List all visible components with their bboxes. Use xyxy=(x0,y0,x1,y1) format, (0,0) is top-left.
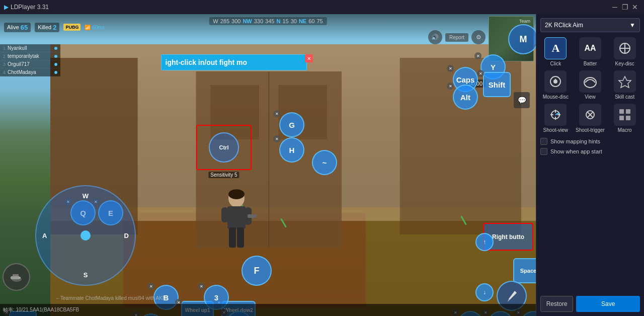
key-tilde-button[interactable]: ~ xyxy=(312,150,337,175)
ctrl-button[interactable]: Ctrl xyxy=(209,132,239,163)
alive-label: Alive xyxy=(7,24,19,30)
sensitivity-label: Sensitivity 5 xyxy=(208,172,239,178)
ctrl-shoot-trigger[interactable]: Shoot-trigger xyxy=(575,104,606,133)
shoot-trigger-icon xyxy=(579,104,601,126)
chat-button[interactable]: 💬 xyxy=(514,92,530,108)
view-icon xyxy=(579,70,601,93)
ctrl-skill-cast[interactable]: Skill cast xyxy=(609,70,640,100)
show-hints-checkbox[interactable] xyxy=(540,138,547,145)
svg-rect-39 xyxy=(626,116,630,120)
svg-rect-16 xyxy=(221,207,228,222)
minimize-button[interactable]: ─ xyxy=(610,2,620,12)
kill-feed: ←Teammate ChotMadaya killed musi94 with … xyxy=(55,295,516,301)
key-f-button[interactable]: F xyxy=(242,256,272,286)
key-up-button[interactable]: ↑ xyxy=(475,233,494,251)
svg-rect-19 xyxy=(237,227,244,248)
titlebar: ▶ LDPlayer 3.31 ─ ❐ ✕ xyxy=(0,0,644,14)
report-button[interactable]: Report xyxy=(445,33,468,42)
audio-button[interactable]: 🔊 xyxy=(428,30,442,44)
ctrl-shoot-view[interactable]: Shoot-view xyxy=(540,104,571,133)
shoot-view-icon xyxy=(544,104,567,126)
skill-cast-icon xyxy=(614,70,636,93)
killed-stat: Killed 2 xyxy=(35,23,59,32)
show-startup-label: Show when app start xyxy=(550,148,602,154)
killed-label: Killed xyxy=(38,24,51,30)
app-icon: ▶ xyxy=(4,4,9,11)
joystick[interactable]: W A S D xyxy=(35,185,136,286)
input-bar: ight-click in/out fight mo xyxy=(161,54,307,70)
input-bar-close-button[interactable]: ✕ xyxy=(305,54,313,62)
key-g-button[interactable]: G xyxy=(279,112,304,137)
kill-feed-text: ←Teammate ChotMadaya killed musi94 with … xyxy=(55,295,167,301)
character-svg xyxy=(216,188,257,254)
dropdown-chevron-icon: ▼ xyxy=(629,22,635,29)
key-y-close[interactable]: ✕ xyxy=(474,52,481,59)
killed-count: 2 xyxy=(53,24,56,31)
key-shift-close[interactable]: ✕ xyxy=(477,70,484,77)
list-item: 4 ChotMadaya xyxy=(0,68,60,76)
ctrl-view[interactable]: View xyxy=(575,70,606,100)
compass: W 285 300 NW 330 345 N 15 30 NE 60 75 xyxy=(209,17,327,25)
bottom-bar-text: 帧率: 10/21 5AA1(BAA18CBA5FB xyxy=(3,306,79,313)
right-btn-label: Right butto xyxy=(492,233,524,241)
skill-svg xyxy=(618,74,632,89)
key-a-label: A xyxy=(42,232,47,240)
key-h-close[interactable]: ✕ xyxy=(273,135,280,142)
macro-svg xyxy=(618,108,632,122)
key-alt-button[interactable]: Alt xyxy=(453,85,478,110)
key-s-label: S xyxy=(84,271,88,279)
shoot-trigger-label: Shoot-trigger xyxy=(576,127,605,133)
ctrl-macro[interactable]: Macro xyxy=(609,104,640,133)
aim-area[interactable]: Ctrl Sensitivity 5 xyxy=(196,125,252,170)
ctrl-key-disc[interactable]: Key-disc xyxy=(609,37,640,66)
show-startup-checkbox[interactable] xyxy=(540,148,547,155)
key-h-button[interactable]: H xyxy=(279,137,304,163)
key-b-close[interactable]: ✕ xyxy=(147,283,154,290)
key-caps-close[interactable]: ✕ xyxy=(447,65,454,72)
svg-point-14 xyxy=(228,189,245,199)
shoot-trigger-svg xyxy=(583,108,597,122)
view-label: View xyxy=(585,94,596,100)
svg-rect-20 xyxy=(248,214,257,218)
restore-button[interactable]: Restore xyxy=(540,296,573,312)
batter-icon: AA xyxy=(579,37,601,59)
key-g-close[interactable]: ✕ xyxy=(273,110,280,117)
ctrl-batter[interactable]: AA Batter xyxy=(575,37,606,66)
batter-label: Batter xyxy=(584,61,597,66)
key-3-close[interactable]: ✕ xyxy=(198,283,205,290)
macro-label: Macro xyxy=(618,127,632,133)
svg-rect-10 xyxy=(11,276,20,279)
bottom-bar: 帧率: 10/21 5AA1(BAA18CBA5FB xyxy=(0,304,536,316)
save-button[interactable]: Save xyxy=(576,296,640,312)
player-list: 1 Nyankull 2 temporarilytak 3 OrguiI717 … xyxy=(0,44,60,76)
mouse-disc-svg xyxy=(548,74,562,89)
app-title: LDPlayer 3.31 xyxy=(11,4,49,11)
ctrl-mouse-disc[interactable]: Mouse-disc xyxy=(540,70,571,100)
ctrl-click[interactable]: A Click xyxy=(540,37,571,66)
shoot-view-svg xyxy=(548,108,562,122)
click-label: Click xyxy=(550,61,561,66)
joystick-center xyxy=(80,230,91,241)
key-shift-button[interactable]: Shift xyxy=(483,72,511,97)
close-button[interactable]: ✕ xyxy=(630,2,640,12)
key-disc-svg xyxy=(618,41,632,55)
show-hints-option: Show mapping hints xyxy=(540,138,640,145)
panel-buttons: Restore Save xyxy=(540,296,640,312)
key-m-button[interactable]: M xyxy=(508,24,536,54)
preset-label: 2K RClick Aim xyxy=(545,22,583,29)
shoot-view-label: Shoot-view xyxy=(543,127,568,133)
settings-button[interactable]: ⚙ xyxy=(471,30,486,44)
key-space-button[interactable]: Space xyxy=(513,258,536,283)
game-area[interactable]: Alive 65 Killed 2 PUBG 📶 60ms W 285 300 … xyxy=(0,14,536,316)
weapon-indicator xyxy=(3,263,30,291)
skill-cast-label: Skill cast xyxy=(615,94,634,100)
joystick-outer: W A S D xyxy=(35,185,136,286)
mouse-disc-label: Mouse-disc xyxy=(543,94,569,100)
restore-button[interactable]: ❐ xyxy=(620,2,630,12)
svg-rect-37 xyxy=(626,109,630,114)
preset-dropdown[interactable]: 2K RClick Aim ▼ xyxy=(540,18,640,32)
mouse-disc-icon xyxy=(544,70,567,93)
key-alt-close[interactable]: ✕ xyxy=(447,83,454,90)
svg-rect-38 xyxy=(619,116,624,120)
pubg-badge: PUBG xyxy=(63,24,80,31)
